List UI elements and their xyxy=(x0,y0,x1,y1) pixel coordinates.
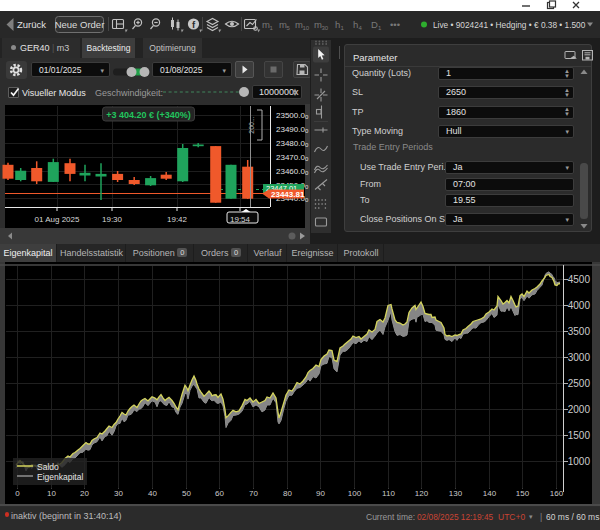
svg-text:23480.00: 23480.00 xyxy=(276,139,309,148)
svg-text:30: 30 xyxy=(322,25,329,31)
svg-text:23500.00: 23500.00 xyxy=(276,111,309,120)
svg-text:2500: 2500 xyxy=(568,378,591,389)
svg-text:150: 150 xyxy=(516,489,530,498)
svg-text:60: 60 xyxy=(215,489,224,498)
svg-text:1: 1 xyxy=(378,25,382,31)
svg-text:Saldo: Saldo xyxy=(37,462,59,472)
svg-text:1500: 1500 xyxy=(568,430,591,441)
svg-text:19:30: 19:30 xyxy=(102,215,123,224)
svg-text:1: 1 xyxy=(341,25,345,31)
svg-text:120: 120 xyxy=(415,489,429,498)
svg-text:70: 70 xyxy=(249,489,258,498)
svg-text:Neue Order: Neue Order xyxy=(55,19,105,30)
svg-text:0: 0 xyxy=(15,489,20,498)
svg-text:80: 80 xyxy=(283,489,292,498)
svg-text:19:54: 19:54 xyxy=(230,215,251,224)
svg-text:30: 30 xyxy=(114,489,123,498)
svg-text:23460.00: 23460.00 xyxy=(276,167,309,176)
svg-text:200...: 200... xyxy=(248,116,255,134)
svg-text:3000: 3000 xyxy=(568,352,591,363)
svg-text:130: 130 xyxy=(449,489,463,498)
svg-text:23470.00: 23470.00 xyxy=(276,153,309,162)
svg-text:4500: 4500 xyxy=(568,274,591,285)
svg-text:90: 90 xyxy=(316,489,325,498)
svg-text:+3 404.20 € (+340%): +3 404.20 € (+340%) xyxy=(106,110,191,120)
svg-text:19:42: 19:42 xyxy=(167,215,188,224)
svg-text:Eigenkapital: Eigenkapital xyxy=(37,472,83,482)
svg-text:Live • 9024241 • Hedging • € 0: Live • 9024241 • Hedging • € 0.38 • 1.50… xyxy=(433,20,586,30)
svg-text:10: 10 xyxy=(47,489,56,498)
svg-text:1: 1 xyxy=(270,25,274,31)
svg-text:23443.81: 23443.81 xyxy=(271,190,305,199)
svg-text:h: h xyxy=(335,19,340,30)
svg-text:5: 5 xyxy=(287,25,291,31)
svg-text:160: 160 xyxy=(550,489,564,498)
svg-text:Zurück: Zurück xyxy=(17,19,46,30)
svg-text:01 Aug 2025: 01 Aug 2025 xyxy=(35,215,80,224)
svg-text:50: 50 xyxy=(182,489,191,498)
svg-text:h: h xyxy=(353,19,358,30)
svg-text:4000: 4000 xyxy=(568,300,591,311)
svg-text:3500: 3500 xyxy=(568,326,591,337)
svg-text:1000: 1000 xyxy=(568,456,591,467)
svg-text:D: D xyxy=(371,19,378,30)
svg-text:23490.00: 23490.00 xyxy=(276,125,309,134)
svg-text:4: 4 xyxy=(359,25,363,31)
svg-text:100: 100 xyxy=(348,489,362,498)
svg-text:110: 110 xyxy=(382,489,395,498)
svg-text:2000: 2000 xyxy=(568,404,591,415)
svg-text:10: 10 xyxy=(303,25,310,31)
svg-text:40: 40 xyxy=(148,489,157,498)
svg-text:20: 20 xyxy=(80,489,89,498)
svg-text:•••: ••• xyxy=(390,19,400,30)
svg-text:140: 140 xyxy=(483,489,497,498)
